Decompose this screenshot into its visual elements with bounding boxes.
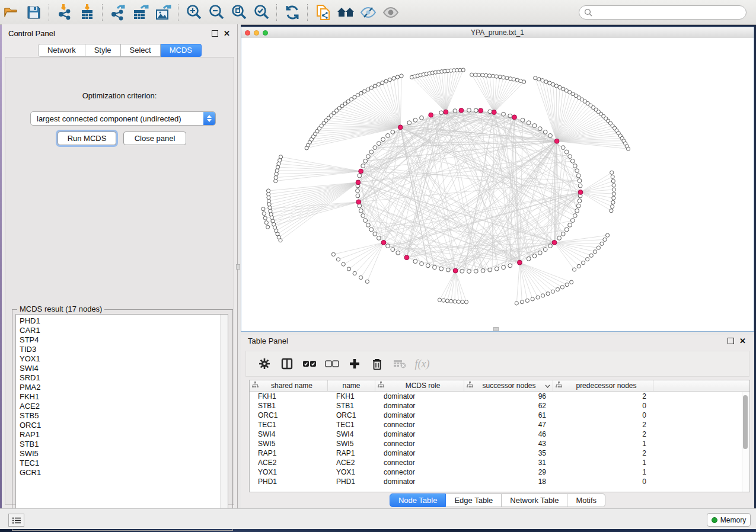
zoom-out-icon[interactable]: [205, 2, 228, 23]
graph-leaf-node[interactable]: [353, 271, 356, 275]
graph-leaf-node[interactable]: [600, 242, 604, 245]
graph-node[interactable]: [391, 130, 395, 134]
graph-leaf-node[interactable]: [522, 80, 526, 84]
close-panel-button[interactable]: Close panel: [123, 132, 186, 145]
column-header-predecessor-nodes[interactable]: predecessor nodes: [553, 380, 653, 391]
graph-node[interactable]: [366, 223, 371, 227]
graph-leaf-node[interactable]: [449, 299, 453, 303]
graph-leaf-node[interactable]: [457, 300, 460, 303]
zoom-fit-icon[interactable]: [228, 2, 250, 23]
table-row[interactable]: YOX1YOX1connector291: [250, 467, 749, 477]
float-panel-icon[interactable]: [212, 30, 218, 37]
graph-leaf-node[interactable]: [603, 238, 607, 241]
graph-node[interactable]: [420, 116, 424, 120]
graph-node[interactable]: [386, 244, 390, 248]
graph-node[interactable]: [474, 108, 478, 113]
graph-leaf-node[interactable]: [593, 250, 596, 254]
graph-node[interactable]: [564, 227, 569, 232]
mcds-node-item[interactable]: YOX1: [16, 354, 228, 364]
graph-node[interactable]: [358, 174, 362, 178]
graph-leaf-node[interactable]: [484, 73, 488, 77]
tab-style[interactable]: Style: [85, 44, 121, 57]
graph-leaf-node[interactable]: [551, 290, 554, 293]
graph-node[interactable]: [356, 189, 360, 193]
graph-node[interactable]: [361, 164, 365, 168]
graph-node[interactable]: [575, 209, 579, 213]
graph-leaf-node[interactable]: [365, 280, 369, 283]
graph-leaf-node[interactable]: [570, 280, 573, 284]
graph-leaf-node[interactable]: [577, 264, 580, 268]
graph-node[interactable]: [396, 251, 400, 255]
graph-leaf-node[interactable]: [596, 246, 600, 249]
graph-node[interactable]: [532, 124, 537, 128]
graph-leaf-node[interactable]: [392, 76, 395, 80]
graph-leaf-node[interactable]: [611, 200, 615, 204]
graph-leaf-node[interactable]: [544, 80, 548, 84]
table-row[interactable]: PHD1PHD1dominator180: [250, 477, 749, 486]
export-table-icon[interactable]: [129, 2, 152, 23]
network-window-titlebar[interactable]: YPA_prune.txt_1: [241, 27, 754, 39]
graph-leaf-node[interactable]: [560, 286, 564, 289]
graph-leaf-node[interactable]: [612, 196, 615, 200]
graph-node[interactable]: [373, 146, 377, 150]
graph-node[interactable]: [532, 254, 537, 258]
table-row[interactable]: FKH1FKH1dominator962: [250, 392, 749, 401]
graph-mcds-hub-node[interactable]: [359, 169, 363, 174]
graph-leaf-node[interactable]: [276, 165, 280, 169]
graph-leaf-node[interactable]: [611, 175, 614, 178]
graph-leaf-node[interactable]: [589, 254, 593, 257]
graph-mcds-hub-node[interactable]: [356, 200, 361, 204]
close-panel-icon[interactable]: ✕: [224, 31, 230, 36]
table-scrollbar-thumb[interactable]: [743, 395, 748, 449]
graph-leaf-node[interactable]: [274, 176, 277, 180]
graph-mcds-hub-node[interactable]: [518, 260, 522, 265]
zoom-in-icon[interactable]: [183, 2, 205, 23]
graph-leaf-node[interactable]: [453, 300, 457, 303]
tab-network[interactable]: Network: [38, 44, 85, 57]
mcds-node-item[interactable]: STB1: [16, 440, 228, 449]
graph-node[interactable]: [420, 262, 424, 266]
graph-leaf-node[interactable]: [531, 297, 534, 301]
tab-mcds[interactable]: MCDS: [161, 44, 202, 57]
graph-leaf-node[interactable]: [342, 262, 345, 266]
graph-leaf-node[interactable]: [502, 76, 505, 79]
table-row[interactable]: ORC1ORC1dominator610: [250, 411, 749, 420]
mcds-node-item[interactable]: CAR1: [16, 326, 228, 335]
graph-mcds-hub-node[interactable]: [512, 115, 517, 120]
graph-leaf-node[interactable]: [612, 192, 615, 196]
graph-node[interactable]: [488, 268, 492, 272]
graph-leaf-node[interactable]: [377, 82, 380, 86]
graph-node[interactable]: [527, 257, 531, 261]
graph-leaf-node[interactable]: [606, 233, 610, 237]
graph-mcds-hub-node[interactable]: [492, 110, 496, 115]
open-file-icon[interactable]: [0, 2, 23, 23]
graph-leaf-node[interactable]: [277, 162, 280, 165]
mcds-result-list[interactable]: PHD1CAR1STP4TID3YOX1SWI4SRD1PMA2FKH1ACE2…: [15, 314, 228, 526]
graph-node[interactable]: [502, 112, 506, 116]
graph-leaf-node[interactable]: [477, 73, 481, 76]
graph-leaf-node[interactable]: [565, 283, 569, 287]
task-history-button[interactable]: [8, 514, 24, 527]
graph-node[interactable]: [413, 259, 417, 264]
graph-leaf-node[interactable]: [509, 77, 512, 81]
graph-node[interactable]: [446, 268, 450, 272]
criterion-dropdown[interactable]: largest connected component (undirected): [30, 111, 216, 126]
zoom-selected-icon[interactable]: [250, 2, 273, 23]
graph-leaf-node[interactable]: [438, 298, 441, 302]
mcds-node-item[interactable]: TID3: [16, 345, 228, 354]
tab-motifs[interactable]: Motifs: [567, 493, 605, 507]
graph-node[interactable]: [508, 114, 512, 118]
mcds-node-item[interactable]: ORC1: [16, 421, 228, 430]
deselect-all-rows-icon[interactable]: [322, 354, 342, 373]
graph-leaf-node[interactable]: [336, 258, 340, 261]
graph-leaf-node[interactable]: [395, 75, 399, 79]
table-row[interactable]: SWI5SWI5connector431: [250, 439, 749, 448]
graph-mcds-hub-node[interactable]: [479, 108, 483, 113]
graph-leaf-node[interactable]: [610, 209, 613, 213]
graph-node[interactable]: [386, 134, 390, 138]
vertical-splitter-grip[interactable]: [236, 264, 240, 270]
column-header-shared-name[interactable]: shared name: [250, 380, 328, 391]
copy-network-view-icon[interactable]: [312, 2, 334, 23]
graph-leaf-node[interactable]: [611, 205, 614, 209]
graph-leaf-node[interactable]: [363, 89, 366, 93]
